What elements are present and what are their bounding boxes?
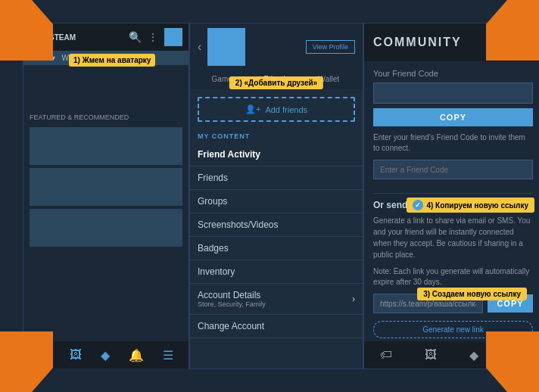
chevron-right-icon: › [352, 294, 355, 304]
main-container: STEAM 🔍 ⋮ MENU▾ WISHLIST WALLET 1) Жмем … [23, 23, 516, 369]
check-icon: ✓ [413, 200, 423, 210]
menu-item-change-account[interactable]: Change Account [190, 315, 363, 338]
back-arrow-icon[interactable]: ‹ [198, 40, 201, 54]
account-sub-label: Store, Security, Family [198, 300, 266, 308]
note-text: Note: Each link you generate will automa… [373, 266, 533, 288]
menu-item-account[interactable]: Account Details Store, Security, Family … [190, 284, 363, 315]
featured-image-2 [30, 168, 182, 206]
friend-code-input[interactable] [373, 82, 533, 104]
menu-item-inventory[interactable]: Inventory [190, 260, 363, 284]
annotation-tooltip-2: 2) «Добавить друзей» [229, 76, 323, 89]
view-profile-button[interactable]: View Profile [306, 40, 355, 54]
gift-decoration-br [486, 331, 539, 392]
add-friends-button[interactable]: 👤+ Add friends [198, 97, 355, 122]
annotation-tooltip-1: 1) Жмем на аватарку [69, 54, 155, 67]
community-bookmark-icon[interactable]: 🏷 [380, 348, 392, 362]
add-friends-icon: 👤+ [245, 104, 260, 114]
menu-item-friend-activity[interactable]: Friend Activity [190, 143, 363, 166]
gift-decoration-tl [0, 0, 53, 61]
annotation-tooltip-3: 3) Создаем новую ссылку [417, 288, 527, 300]
gift-decoration-tr [486, 0, 539, 61]
quick-invite-desc: Generate a link to share via email or SM… [373, 215, 533, 260]
menu-dots-icon[interactable]: ⋮ [148, 31, 158, 43]
menu-item-badges[interactable]: Badges [190, 237, 363, 260]
featured-image-1 [30, 127, 182, 165]
bell-nav-icon[interactable]: 🔔 [129, 348, 144, 362]
my-content-label: MY CONTENT [190, 129, 363, 143]
profile-avatar-large[interactable] [207, 28, 245, 66]
copy-friend-code-button[interactable]: COPY [373, 108, 533, 126]
invite-info-text: Enter your friend's Friend Code to invit… [373, 132, 533, 154]
search-icon[interactable]: 🔍 [129, 31, 142, 43]
steam-avatar-small[interactable] [164, 28, 182, 46]
menu-nav-icon[interactable]: ☰ [163, 348, 173, 362]
profile-popup-panel: ‹ View Profile 2) «Добавить друзей» Game… [189, 23, 363, 369]
community-diamond-icon[interactable]: ◆ [469, 348, 478, 362]
community-panel: COMMUNITY ⋮ Your Friend Code COPY Enter … [363, 23, 539, 369]
popup-header: ‹ View Profile [190, 23, 363, 70]
community-image-icon[interactable]: 🖼 [425, 348, 437, 362]
menu-item-screenshots[interactable]: Screenshots/Videos [190, 213, 363, 237]
annotation-tooltip-4: ✓ 4) Копируем новую ссылку [407, 198, 534, 213]
featured-label: FEATURED & RECOMMENDED [23, 110, 188, 124]
featured-images [23, 124, 188, 250]
image-nav-icon[interactable]: 🖼 [70, 348, 82, 362]
menu-item-friends[interactable]: Friends [190, 166, 363, 190]
add-friends-label: Add friends [265, 105, 307, 114]
friend-code-section-title: Your Friend Code [373, 69, 533, 78]
featured-image-3 [30, 209, 182, 247]
menu-item-groups[interactable]: Groups [190, 190, 363, 213]
enter-friend-code-input[interactable] [373, 160, 533, 179]
community-title: COMMUNITY [373, 36, 486, 49]
steam-client-panel: STEAM 🔍 ⋮ MENU▾ WISHLIST WALLET 1) Жмем … [23, 23, 189, 369]
steam-logo-text: STEAM [49, 33, 76, 42]
diamond-nav-icon[interactable]: ◆ [101, 348, 110, 362]
account-label: Account Details [198, 290, 266, 300]
divider [373, 193, 533, 194]
